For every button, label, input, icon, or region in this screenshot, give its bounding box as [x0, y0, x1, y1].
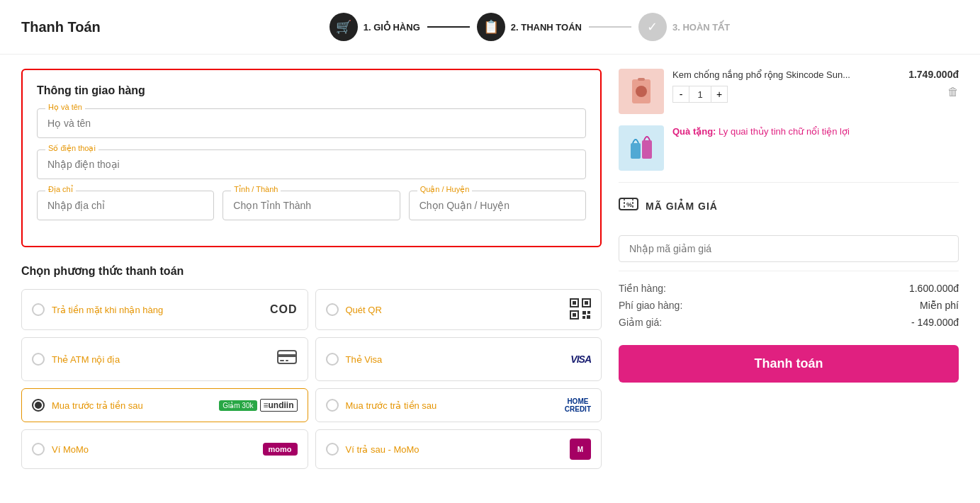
discount-row: Giảm giá: - 149.000đ: [619, 317, 959, 328]
step3-circle: ✓: [638, 13, 667, 41]
badge-momo-later: M: [570, 439, 591, 460]
payment-option-visa[interactable]: Thẻ Visa VISA: [315, 337, 602, 381]
discount-row-label: Giảm giá:: [619, 317, 662, 328]
step-thanh-toan: 📋 2. THANH TOÁN: [477, 13, 582, 41]
svg-rect-11: [278, 354, 296, 357]
badge-homecredit: HOMECREDIT: [565, 397, 591, 413]
connector2: [589, 26, 631, 28]
svg-point-16: [636, 86, 647, 97]
item2-details: Quà tặng: Ly quai thủy tinh chữ nổi tiện…: [672, 125, 959, 138]
radio-visa: [326, 353, 339, 366]
province-label: Tỉnh / Thành: [231, 185, 281, 194]
svg-text:%: %: [626, 201, 632, 208]
item1-qty-decrease[interactable]: -: [672, 86, 689, 103]
radio-cod: [32, 303, 45, 316]
phone-input[interactable]: [37, 149, 586, 179]
payment-option-momo-later[interactable]: Ví trả sau - MoMo M: [315, 429, 602, 469]
item1-qty-value: 1: [689, 86, 711, 103]
svg-rect-18: [624, 130, 659, 166]
item2-img-svg: [624, 130, 659, 166]
shipping-title: Thông tin giao hàng: [37, 84, 586, 97]
item2-name-text: Ly quai thủy tinh chữ nổi tiện lợi: [719, 126, 850, 137]
payment-option-cod[interactable]: Trả tiền mặt khi nhận hàng COD: [21, 289, 308, 330]
svg-rect-13: [286, 360, 288, 361]
address-label: Địa chỉ: [45, 185, 76, 194]
district-input[interactable]: [409, 191, 586, 220]
item1-img-svg: [624, 74, 659, 109]
atm-icon: [276, 346, 298, 368]
address-group: Địa chỉ: [37, 191, 214, 220]
svg-rect-8: [582, 316, 585, 319]
radio-atm: [32, 353, 45, 366]
item1-delete[interactable]: 🗑: [947, 86, 959, 98]
qr-icon: [570, 298, 591, 320]
connector1: [427, 26, 470, 28]
payment-label-fundiin: Mua trước trả tiền sau: [52, 400, 212, 411]
divider2: [619, 271, 959, 271]
payment-option-momo[interactable]: Ví MoMo momo: [21, 429, 308, 469]
fullname-label: Họ và tên: [45, 103, 85, 112]
payment-label-cod: Trả tiền mặt khi nhận hàng: [52, 305, 263, 315]
payment-option-atm[interactable]: Thẻ ATM nội địa: [21, 337, 308, 381]
district-group: Quận / Huyện: [409, 191, 586, 220]
phone-label: Số điện thoại: [45, 144, 98, 153]
step3-label: 3. HOÀN TẤT: [672, 22, 730, 33]
gift-label: Quà tặng:: [672, 126, 719, 137]
payment-section: Chọn phương thức thanh toán Trả tiền mặt…: [21, 264, 602, 469]
subtotal-row: Tiền hàng: 1.600.000đ: [619, 283, 959, 294]
radio-momo-later: [326, 443, 339, 456]
badge-atm: [276, 346, 298, 372]
svg-rect-19: [631, 143, 641, 159]
payment-option-fundiin[interactable]: Mua trước trả tiền sau Giảm 30k ≡undiin: [21, 388, 308, 422]
badge-qr: [570, 298, 591, 321]
payment-option-homecredit[interactable]: Mua trước trả tiền sau HOMECREDIT: [315, 388, 602, 422]
divider1: [619, 182, 959, 183]
item1-details: Kem chống nắng phổ rộng Skincode Sun... …: [672, 69, 900, 103]
subtotal-label: Tiền hàng:: [619, 283, 666, 294]
svg-rect-1: [573, 301, 576, 305]
payment-option-qr[interactable]: Quét QR: [315, 289, 602, 330]
payment-grid: Trả tiền mặt khi nhận hàng COD Quét QR: [21, 289, 602, 469]
discount-icon: %: [619, 194, 638, 218]
svg-rect-12: [280, 360, 284, 361]
badge-momo: momo: [263, 443, 298, 456]
svg-rect-7: [587, 311, 590, 314]
payment-label-momo: Ví MoMo: [52, 444, 256, 455]
main-content: Thông tin giao hàng Họ và tên Số điện th…: [0, 55, 980, 483]
badge-fundiin: Giảm 30k ≡undiin: [219, 399, 297, 412]
fundiin-discount: Giảm 30k: [219, 400, 257, 411]
discount-input[interactable]: [619, 235, 959, 262]
address-input[interactable]: [37, 191, 214, 220]
shipping-row: Phí giao hàng: Miễn phí: [619, 300, 959, 311]
shipping-info-box: Thông tin giao hàng Họ và tên Số điện th…: [21, 69, 602, 247]
payment-label-qr: Quét QR: [346, 305, 563, 315]
checkout-button[interactable]: Thanh toán: [619, 345, 959, 383]
svg-rect-5: [573, 313, 576, 317]
radio-qr: [326, 303, 339, 316]
shipping-label: Phí giao hàng:: [619, 300, 682, 311]
item1-qty-control: - 1 +: [672, 86, 900, 103]
province-input[interactable]: [223, 191, 400, 220]
payment-title: Chọn phương thức thanh toán: [21, 264, 602, 278]
right-panel: Kem chống nắng phổ rộng Skincode Sun... …: [619, 69, 959, 469]
item1-qty-increase[interactable]: +: [711, 86, 728, 103]
order-summary: Tiền hàng: 1.600.000đ Phí giao hàng: Miễ…: [619, 283, 959, 328]
order-item-1: Kem chống nắng phổ rộng Skincode Sun... …: [619, 69, 959, 114]
fullname-group: Họ và tên: [37, 108, 586, 138]
payment-label-visa: Thẻ Visa: [346, 354, 564, 365]
radio-momo: [32, 443, 45, 456]
item2-name: Quà tặng: Ly quai thủy tinh chữ nổi tiện…: [672, 125, 959, 138]
item1-name: Kem chống nắng phổ rộng Skincode Sun...: [672, 69, 900, 81]
coupon-icon: %: [619, 194, 638, 214]
item2-image: [619, 125, 664, 171]
step1-circle: 🛒: [330, 13, 358, 41]
radio-homecredit: [326, 399, 339, 412]
order-item-2: Quà tặng: Ly quai thủy tinh chữ nổi tiện…: [619, 125, 959, 171]
fullname-input[interactable]: [37, 108, 586, 138]
steps-nav: 🛒 1. GIỎ HÀNG 📋 2. THANH TOÁN ✓ 3. HOÀN …: [330, 13, 731, 41]
badge-visa: VISA: [570, 354, 591, 365]
svg-rect-17: [638, 78, 645, 81]
payment-label-momo-later: Ví trả sau - MoMo: [346, 444, 563, 455]
step-hoan-tat: ✓ 3. HOÀN TẤT: [638, 13, 730, 41]
fundiin-text: ≡undiin: [260, 399, 298, 412]
